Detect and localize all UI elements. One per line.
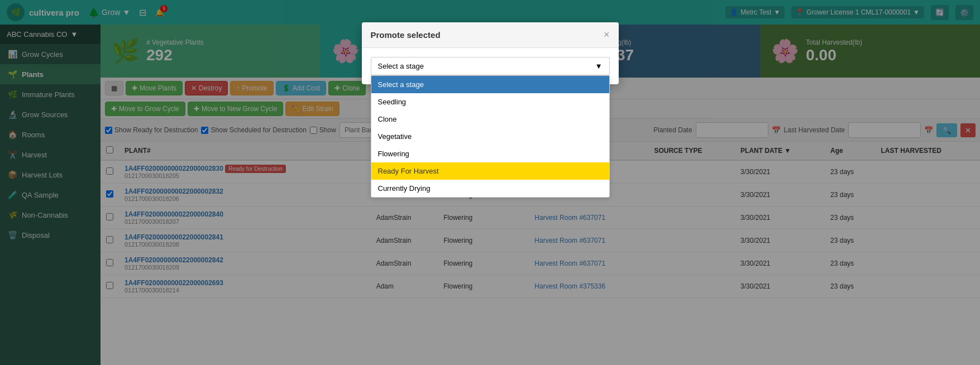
select-label: Select a stage bbox=[378, 62, 424, 70]
modal-header: Promote selected × bbox=[362, 22, 619, 48]
stage-dropdown-container: Select a stage ▼ Select a stageSeedlingC… bbox=[371, 57, 610, 75]
modal-close-button[interactable]: × bbox=[604, 29, 610, 41]
dropdown-option-select[interactable]: Select a stage bbox=[371, 76, 609, 93]
dropdown-option-ready_for_harvest[interactable]: Ready For Harvest bbox=[371, 162, 609, 180]
stage-dropdown-options: Select a stageSeedlingCloneVegetativeFlo… bbox=[371, 75, 610, 198]
stage-select-display[interactable]: Select a stage ▼ bbox=[371, 57, 610, 75]
dropdown-option-seedling[interactable]: Seedling bbox=[371, 93, 609, 111]
dropdown-arrow-icon: ▼ bbox=[595, 62, 603, 70]
dropdown-option-vegetative[interactable]: Vegetative bbox=[371, 128, 609, 145]
dropdown-option-currently_drying[interactable]: Currently Drying bbox=[371, 180, 609, 197]
modal-title: Promote selected bbox=[371, 30, 441, 40]
promote-modal: Promote selected × Select a stage ▼ Sele… bbox=[362, 22, 619, 84]
modal-body: Select a stage ▼ Select a stageSeedlingC… bbox=[362, 48, 619, 84]
dropdown-option-flowering[interactable]: Flowering bbox=[371, 145, 609, 162]
dropdown-option-clone[interactable]: Clone bbox=[371, 111, 609, 128]
modal-overlay[interactable]: Promote selected × Select a stage ▼ Sele… bbox=[0, 0, 980, 365]
